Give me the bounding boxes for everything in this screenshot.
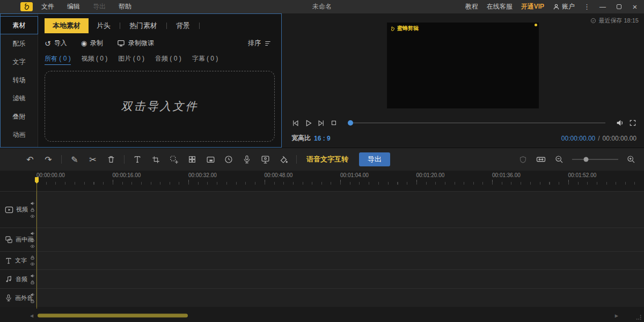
- track-lane-video[interactable]: [36, 192, 644, 228]
- track-lane-voiceover[interactable]: [36, 289, 644, 307]
- maximize-icon: [617, 4, 621, 9]
- sort-button[interactable]: 排序: [248, 39, 272, 48]
- visibility-toggle-icon[interactable]: [30, 261, 35, 266]
- track-lane-text[interactable]: [36, 252, 644, 269]
- ruler-ticks: [492, 182, 568, 185]
- mute-toggle-icon[interactable]: [30, 201, 35, 206]
- crop-button[interactable]: [150, 156, 161, 164]
- filter-video[interactable]: 视频 ( 0 ): [82, 54, 108, 65]
- delete-button[interactable]: [106, 155, 116, 164]
- menu-edit[interactable]: 编辑: [67, 2, 80, 11]
- fit-timeline-button[interactable]: [536, 155, 546, 164]
- timeline-ruler[interactable]: 00:00:00.00 00:00:16.00 00:00:32.00 00:0…: [36, 171, 644, 185]
- timecode-display: 00:00:00.00/00:00:00.00: [561, 135, 636, 142]
- mute-toggle-icon[interactable]: [30, 274, 35, 279]
- undo-button[interactable]: ↶: [25, 155, 35, 165]
- filter-image[interactable]: 图片 ( 0 ): [118, 54, 144, 65]
- scroll-right-arrow[interactable]: ▶: [615, 313, 618, 318]
- lock-toggle-icon[interactable]: [30, 237, 35, 242]
- app-logo[interactable]: [20, 2, 33, 11]
- close-button[interactable]: ×: [631, 2, 639, 11]
- presentation-button[interactable]: [260, 155, 270, 164]
- tab-local-material[interactable]: 本地素材: [45, 18, 89, 33]
- zoom-select-button[interactable]: [169, 155, 179, 164]
- sidebar-item-text[interactable]: 文字: [1, 53, 38, 71]
- tutorial-link[interactable]: 教程: [465, 2, 478, 11]
- resize-grip-icon[interactable]: [634, 313, 642, 320]
- seek-bar[interactable]: [348, 122, 605, 123]
- mute-toggle-icon[interactable]: [30, 292, 35, 297]
- track-label-text: 文字: [0, 252, 36, 269]
- volume-button[interactable]: [616, 119, 624, 127]
- video-viewport[interactable]: 蜜蜂剪辑: [387, 23, 539, 108]
- filter-audio[interactable]: 音频 ( 0 ): [155, 54, 181, 65]
- sidebar-item-animation[interactable]: 动画: [1, 126, 38, 144]
- redo-button[interactable]: ↷: [43, 155, 54, 165]
- maximize-button[interactable]: [615, 3, 623, 11]
- toolbar-divider: [124, 155, 125, 164]
- lock-toggle-icon[interactable]: [30, 299, 35, 304]
- ruler-gap: [0, 185, 644, 191]
- mosaic-button[interactable]: [187, 155, 197, 164]
- scrollbar-thumb[interactable]: [38, 313, 188, 317]
- playhead[interactable]: [36, 177, 37, 309]
- fullscreen-button[interactable]: [629, 119, 636, 127]
- track-lane-audio[interactable]: [36, 270, 644, 288]
- tab-intro[interactable]: 片头: [89, 18, 119, 33]
- more-menu-icon[interactable]: ⋮: [583, 3, 590, 11]
- lock-toggle-icon[interactable]: [30, 207, 35, 212]
- timeline-tools: [517, 155, 636, 164]
- duration-button[interactable]: [223, 155, 234, 164]
- lock-toggle-icon[interactable]: [30, 280, 35, 285]
- visibility-toggle-icon[interactable]: [30, 214, 35, 218]
- sidebar-item-overlay[interactable]: 叠附: [1, 107, 38, 126]
- track-name: 音频: [16, 275, 27, 283]
- stop-button[interactable]: [330, 119, 338, 127]
- scroll-left-arrow[interactable]: ◀: [30, 313, 33, 318]
- record-lesson-button[interactable]: 录制微课: [117, 39, 154, 48]
- lock-toggle-icon[interactable]: [30, 255, 35, 260]
- minimize-button[interactable]: —: [599, 3, 606, 11]
- voiceover-button[interactable]: [241, 155, 252, 164]
- menu-file[interactable]: 文件: [41, 2, 54, 11]
- menu-help[interactable]: 帮助: [119, 2, 131, 11]
- vip-button[interactable]: 开通VIP: [521, 2, 544, 11]
- play-button[interactable]: [304, 119, 312, 127]
- import-button[interactable]: ↺ 导入: [45, 39, 67, 48]
- saved-status-text: 最近保存 18:15: [598, 17, 639, 25]
- shield-button[interactable]: [517, 156, 528, 164]
- track-lane-pip[interactable]: [36, 228, 644, 251]
- tab-separator: [120, 23, 120, 29]
- tab-hot-material[interactable]: 热门素材: [121, 18, 165, 33]
- prev-frame-button[interactable]: [291, 119, 299, 127]
- style-button[interactable]: [278, 155, 289, 164]
- export-button[interactable]: 导出: [359, 152, 390, 166]
- filter-subtitle[interactable]: 字幕 ( 0 ): [192, 54, 218, 65]
- split-button[interactable]: ✂: [87, 155, 98, 165]
- text-tool-button[interactable]: [132, 155, 143, 164]
- zoom-in-button[interactable]: [626, 155, 636, 164]
- menu-export: 导出: [93, 2, 106, 11]
- timeline: 00:00:00.00 00:00:16.00 00:00:32.00 00:0…: [0, 171, 644, 322]
- seek-handle[interactable]: [348, 120, 353, 126]
- import-dropzone[interactable]: 双击导入文件: [45, 71, 275, 142]
- zoom-slider-handle[interactable]: [583, 157, 588, 162]
- zoom-out-button[interactable]: [554, 155, 565, 164]
- tab-background[interactable]: 背景: [168, 18, 198, 33]
- sidebar-item-material[interactable]: 素材: [1, 16, 38, 34]
- edit-button[interactable]: ✎: [69, 155, 80, 165]
- sidebar-item-music[interactable]: 配乐: [1, 34, 38, 53]
- timeline-zoom-slider[interactable]: [572, 159, 618, 160]
- account-button[interactable]: 账户: [553, 2, 575, 11]
- visibility-toggle-icon[interactable]: [30, 244, 35, 248]
- record-button[interactable]: ◉ 录制: [81, 39, 103, 48]
- aspect-ratio-value[interactable]: 16 : 9: [314, 135, 331, 142]
- speech-to-text-button[interactable]: 语音文字互转: [306, 155, 348, 164]
- sidebar-item-transition[interactable]: 转场: [1, 71, 38, 89]
- filter-all[interactable]: 所有 ( 0 ): [45, 54, 71, 65]
- sidebar-item-filter[interactable]: 滤镜: [1, 89, 38, 107]
- support-link[interactable]: 在线客服: [487, 2, 513, 11]
- next-frame-button[interactable]: [317, 119, 325, 127]
- mute-toggle-icon[interactable]: [30, 231, 35, 236]
- pip-button[interactable]: [205, 155, 216, 164]
